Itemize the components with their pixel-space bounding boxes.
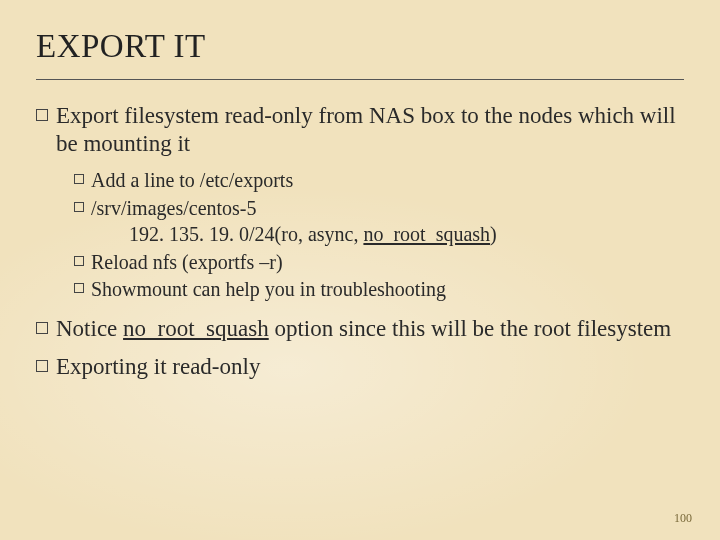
list-item: Showmount can help you in troubleshootin… <box>74 277 684 303</box>
bullet-square-icon <box>74 174 84 184</box>
list-item-text: Reload nfs (exportfs –r) <box>91 250 684 276</box>
bullet-square-icon <box>74 256 84 266</box>
list-item: Notice no_root_squash option since this … <box>36 315 684 343</box>
list-item-text: Notice no_root_squash option since this … <box>56 315 684 343</box>
bullet-square-icon <box>36 360 48 372</box>
bullet-square-icon <box>36 322 48 334</box>
continuation-suffix: ) <box>490 223 497 245</box>
list-item: Reload nfs (exportfs –r) <box>74 250 684 276</box>
page-number: 100 <box>674 511 692 526</box>
list-item: /srv/images/centos-5 <box>74 196 684 222</box>
list-item-text: Add a line to /etc/exports <box>91 168 684 194</box>
text-suffix: option since this will be the root files… <box>269 316 671 341</box>
slide: EXPORT IT Export filesystem read-only fr… <box>0 0 720 540</box>
bullet-square-icon <box>36 109 48 121</box>
bullet-square-icon <box>74 202 84 212</box>
page-title: EXPORT IT <box>36 28 684 65</box>
list-item-text: Exporting it read-only <box>56 353 684 381</box>
title-rule <box>36 79 684 80</box>
bullet-square-icon <box>74 283 84 293</box>
list-item-text: /srv/images/centos-5 <box>91 196 684 222</box>
list-item: Export filesystem read-only from NAS box… <box>36 102 684 158</box>
text-underlined: no_root_squash <box>123 316 269 341</box>
continuation-underlined: no_root_squash <box>363 223 490 245</box>
list-item-text: Showmount can help you in troubleshootin… <box>91 277 684 303</box>
text-prefix: Notice <box>56 316 123 341</box>
continuation-prefix: 192. 135. 19. 0/24(ro, async, <box>129 223 363 245</box>
list-item: Exporting it read-only <box>36 353 684 381</box>
list-item: Add a line to /etc/exports <box>74 168 684 194</box>
list-item-text: Export filesystem read-only from NAS box… <box>56 102 684 158</box>
list-item-continuation: 192. 135. 19. 0/24(ro, async, no_root_sq… <box>74 222 684 248</box>
sublist: Add a line to /etc/exports /srv/images/c… <box>36 168 684 303</box>
